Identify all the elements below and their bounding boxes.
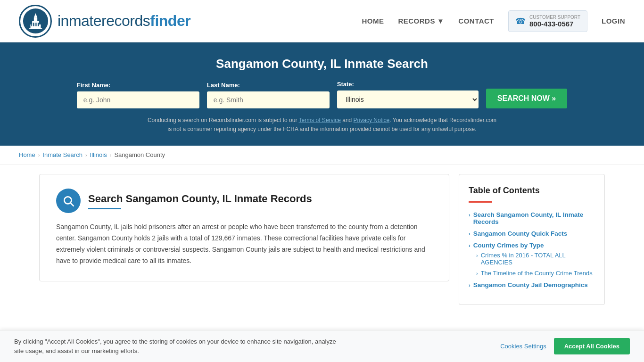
logo-text: inmaterecordsfinder <box>58 12 190 30</box>
phone-icon: ☎ <box>515 16 526 26</box>
toc-item-4: › Sangamon County Jail Demographics <box>469 281 595 288</box>
hero-section: Sangamon County, IL Inmate Search First … <box>0 42 644 146</box>
article-body: Sangamon County, IL jails hold prisoners… <box>56 222 432 266</box>
hero-disclaimer: Conducting a search on Recordsfinder.com… <box>145 116 499 134</box>
svg-rect-10 <box>29 28 42 29</box>
svg-line-12 <box>71 203 74 206</box>
search-now-button[interactable]: SEARCH NOW » <box>486 89 567 108</box>
main-content: Search Sangamon County, IL Inmate Record… <box>20 174 624 305</box>
toc-sub-item-1: › Crimes % in 2016 - TOTAL ALL AGENCIES <box>476 252 595 266</box>
toc-sub-list: › Crimes % in 2016 - TOTAL ALL AGENCIES … <box>469 252 595 277</box>
svg-rect-5 <box>31 23 32 26</box>
svg-rect-8 <box>36 23 37 26</box>
sidebar-title: Table of Contents <box>469 186 595 196</box>
breadcrumb-current: Sangamon County <box>114 151 165 158</box>
main-nav: HOME RECORDS ▼ CONTACT ☎ CUSTOMER SUPPOR… <box>362 10 625 32</box>
page-title: Sangamon County, IL Inmate Search <box>19 57 625 71</box>
toc-item-1: › Search Sangamon County, IL Inmate Reco… <box>469 211 595 225</box>
toc-sub-link-2[interactable]: › The Timeline of the County Crime Trend… <box>476 270 595 277</box>
chevron-icon-1: › <box>469 212 471 218</box>
state-group: State: Illinois Alabama Alaska Arizona <box>337 81 479 108</box>
article-title-underline <box>88 208 121 209</box>
chevron-down-icon: ▼ <box>437 17 444 25</box>
last-name-input[interactable] <box>207 91 330 108</box>
toc-link-2[interactable]: › Sangamon County Quick Facts <box>469 230 595 237</box>
article-header: Search Sangamon County, IL Inmate Record… <box>56 189 432 213</box>
support-info: CUSTOMER SUPPORT 800-433-0567 <box>529 15 580 28</box>
article-title: Search Sangamon County, IL Inmate Record… <box>88 193 312 205</box>
sidebar-divider <box>469 201 492 203</box>
customer-support-box[interactable]: ☎ CUSTOMER SUPPORT 800-433-0567 <box>508 10 587 32</box>
article-title-area: Search Sangamon County, IL Inmate Record… <box>88 193 312 209</box>
toc-sub-item-2: › The Timeline of the County Crime Trend… <box>476 270 595 277</box>
search-form: First Name: Last Name: State: Illinois A… <box>19 81 625 108</box>
last-name-group: Last Name: <box>207 82 330 108</box>
toc-list: › Search Sangamon County, IL Inmate Reco… <box>469 211 595 288</box>
nav-login[interactable]: LOGIN <box>602 17 625 25</box>
toc-link-3[interactable]: › County Crimes by Type <box>469 242 595 249</box>
breadcrumb-home[interactable]: Home <box>19 151 35 158</box>
chevron-icon-3: › <box>469 243 471 248</box>
breadcrumb-illinois[interactable]: Illinois <box>90 151 107 158</box>
state-select[interactable]: Illinois Alabama Alaska Arizona <box>337 90 479 108</box>
article-search-icon <box>56 189 81 213</box>
breadcrumb: Home › Inmate Search › Illinois › Sangam… <box>0 146 644 165</box>
sidebar: Table of Contents › Search Sangamon Coun… <box>459 174 605 305</box>
toc-item-2: › Sangamon County Quick Facts <box>469 230 595 237</box>
first-name-input[interactable] <box>77 91 199 108</box>
article: Search Sangamon County, IL Inmate Record… <box>39 174 449 281</box>
chevron-icon-sub-1: › <box>476 253 478 258</box>
first-name-label: First Name: <box>77 82 199 89</box>
last-name-label: Last Name: <box>207 82 330 89</box>
nav-contact[interactable]: CONTACT <box>458 17 494 25</box>
breadcrumb-inmate-search[interactable]: Inmate Search <box>42 151 83 158</box>
svg-rect-6 <box>33 23 34 26</box>
breadcrumb-separator-2: › <box>85 152 87 158</box>
breadcrumb-separator-1: › <box>38 152 40 158</box>
first-name-group: First Name: <box>77 82 199 108</box>
svg-rect-9 <box>38 23 39 26</box>
privacy-link[interactable]: Privacy Notice <box>354 117 390 123</box>
chevron-icon-2: › <box>469 231 471 237</box>
toc-sub-link-1[interactable]: › Crimes % in 2016 - TOTAL ALL AGENCIES <box>476 252 595 266</box>
chevron-icon-4: › <box>469 282 471 288</box>
toc-item-3: › County Crimes by Type › Crimes % in 20… <box>469 242 595 277</box>
state-label: State: <box>337 81 479 88</box>
terms-link[interactable]: Terms of Service <box>299 117 341 123</box>
nav-home[interactable]: HOME <box>362 17 384 25</box>
breadcrumb-separator-3: › <box>110 152 112 158</box>
svg-rect-7 <box>34 23 35 26</box>
toc-link-1[interactable]: › Search Sangamon County, IL Inmate Reco… <box>469 211 595 225</box>
chevron-icon-sub-2: › <box>476 271 478 276</box>
toc-link-4[interactable]: › Sangamon County Jail Demographics <box>469 281 595 288</box>
svg-rect-3 <box>33 17 37 22</box>
logo-area: inmaterecordsfinder <box>19 5 190 38</box>
logo-icon <box>19 5 52 38</box>
nav-records[interactable]: RECORDS ▼ <box>398 17 444 25</box>
header: inmaterecordsfinder HOME RECORDS ▼ CONTA… <box>0 0 644 42</box>
